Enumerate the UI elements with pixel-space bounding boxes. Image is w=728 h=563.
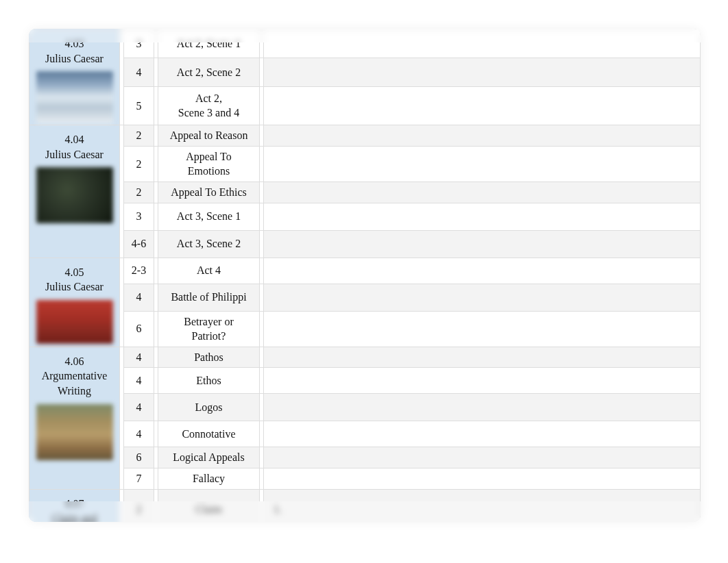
topic-cell: Battle of Philippi	[158, 284, 260, 311]
day-value: 2	[136, 158, 142, 170]
lesson-name: Julius Caesar	[45, 149, 104, 160]
topic-cell: Claim	[158, 489, 260, 522]
notes-cell	[264, 29, 701, 58]
notes-cell	[264, 311, 701, 347]
day-cell: 4	[124, 58, 154, 86]
topic-value: Act 3, Scene 1	[177, 210, 241, 222]
day-value: 3	[136, 38, 142, 49]
topic-cell: Act 2, Scene 2	[158, 58, 260, 86]
topic-cell: Appeal To Ethics	[158, 182, 260, 203]
day-value: 4	[136, 375, 142, 386]
topic-value: Pathos	[194, 351, 223, 363]
day-value: 4	[136, 351, 142, 363]
topic-cell: Appeal to Reason	[158, 125, 260, 147]
day-cell: 2	[124, 146, 154, 182]
lesson-image	[36, 71, 113, 123]
day-cell: 4	[124, 394, 154, 421]
topic-value: Logos	[195, 401, 223, 413]
day-value: 6	[136, 451, 142, 463]
day-cell: 4	[124, 284, 154, 311]
topic-cell: Logical Appeals	[158, 447, 260, 468]
topic-value: Ethos	[196, 375, 221, 386]
topic-cell: Betrayer orPatriot?	[158, 311, 260, 347]
notes-cell	[264, 182, 701, 203]
notes-cell	[264, 125, 701, 147]
lesson-name: ArgumentativeWriting	[42, 370, 108, 397]
notes-cell	[264, 284, 701, 311]
lesson-image	[36, 404, 113, 460]
day-cell: 6	[124, 447, 154, 468]
day-value: 2	[136, 186, 142, 198]
lesson-title: 4.05Julius Caesar	[29, 258, 119, 299]
day-cell: 6	[124, 311, 154, 347]
topic-value: Act 4	[197, 264, 221, 276]
topic-value: Appeal ToEmotions	[186, 151, 232, 177]
lesson-code: 4.06	[65, 355, 84, 367]
curriculum-table: 4.03Julius Caesar3Act 2, Scene 14Act 2, …	[29, 29, 701, 522]
lesson-name: Julius Caesar	[45, 53, 104, 64]
day-value: 2	[136, 129, 142, 141]
day-cell: 2	[124, 182, 154, 203]
topic-value: Act 2, Scene 1	[177, 38, 241, 49]
lesson-cell: 4.04Julius Caesar	[29, 125, 120, 258]
day-cell: 5	[124, 86, 154, 125]
topic-cell: Act 4	[158, 258, 260, 284]
day-cell: 2	[124, 125, 154, 147]
notes-cell	[264, 368, 701, 394]
notes-cell: 1.	[264, 489, 701, 522]
lesson-code: 4.03	[65, 38, 84, 49]
topic-cell: Ethos	[158, 368, 260, 394]
topic-value: Act 2, Scene 2	[177, 66, 241, 78]
day-value: 2	[136, 503, 142, 515]
lesson-name: Claim and	[51, 512, 97, 522]
day-cell: 4	[124, 347, 154, 368]
day-cell: 4	[124, 421, 154, 447]
topic-cell: Appeal ToEmotions	[158, 146, 260, 182]
topic-value: Logical Appeals	[173, 451, 244, 463]
topic-value: Appeal To Ethics	[171, 186, 247, 198]
day-cell: 4-6	[124, 230, 154, 258]
notes-value: 1.	[274, 503, 282, 515]
lesson-cell: 4.05Julius Caesar	[29, 258, 120, 347]
lesson-code: 4.04	[65, 134, 84, 145]
topic-cell: Act 3, Scene 1	[158, 203, 260, 230]
notes-cell	[264, 146, 701, 182]
lesson-title: 4.03Julius Caesar	[29, 29, 119, 70]
lesson-cell: 4.07Claim and	[29, 489, 120, 522]
topic-value: Fallacy	[193, 473, 225, 484]
day-value: 5	[136, 100, 142, 112]
lesson-title: 4.06ArgumentativeWriting	[29, 347, 119, 403]
notes-cell	[264, 447, 701, 468]
topic-value: Act 2,Scene 3 and 4	[178, 92, 239, 119]
day-value: 6	[136, 323, 142, 334]
topic-cell: Logos	[158, 394, 260, 421]
topic-cell: Act 2, Scene 1	[158, 29, 260, 58]
document-page: 4.03Julius Caesar3Act 2, Scene 14Act 2, …	[29, 29, 701, 522]
day-value: 4	[136, 401, 142, 413]
notes-cell	[264, 230, 701, 258]
topic-value: Act 3, Scene 2	[177, 238, 241, 249]
notes-cell	[264, 468, 701, 489]
topic-cell: Pathos	[158, 347, 260, 368]
lesson-title: 4.07Claim and	[29, 490, 119, 522]
notes-cell	[264, 347, 701, 368]
notes-cell	[264, 86, 701, 125]
day-value: 2-3	[132, 264, 146, 276]
lesson-name: Julius Caesar	[45, 281, 104, 292]
lesson-code: 4.05	[65, 266, 84, 278]
day-cell: 3	[124, 203, 154, 230]
notes-cell	[264, 203, 701, 230]
topic-value: Battle of Philippi	[171, 291, 246, 303]
topic-value: Connotative	[182, 428, 235, 440]
notes-cell	[264, 258, 701, 284]
day-value: 7	[136, 473, 142, 484]
day-value: 4-6	[132, 238, 146, 249]
day-value: 4	[136, 291, 142, 303]
notes-cell	[264, 394, 701, 421]
topic-cell: Fallacy	[158, 468, 260, 489]
day-value: 4	[136, 66, 142, 78]
topic-cell: Act 3, Scene 2	[158, 230, 260, 258]
notes-cell	[264, 58, 701, 86]
topic-cell: Act 2,Scene 3 and 4	[158, 86, 260, 125]
topic-value: Claim	[195, 503, 222, 515]
